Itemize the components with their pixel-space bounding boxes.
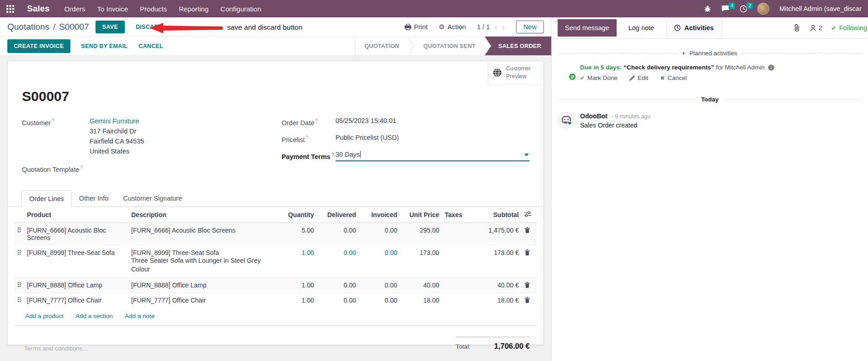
mark-done-button[interactable]: ✔ Mark Done <box>580 74 618 81</box>
gear-icon: ⚙ <box>439 23 445 31</box>
table-row[interactable]: ⠿ [FURN_7777] Office Chair [FURN_7777] O… <box>14 292 537 308</box>
optional-columns-toggle-icon[interactable] <box>522 207 537 223</box>
messages-icon[interactable]: 4 <box>721 5 730 12</box>
payment-terms-input[interactable]: 30 Days <box>335 150 530 162</box>
delete-row-icon[interactable] <box>522 277 537 292</box>
drag-handle-icon[interactable]: ⠿ <box>14 277 24 292</box>
paperclip-icon[interactable] <box>793 24 801 32</box>
followers-count: 2 <box>819 24 822 32</box>
activities-button[interactable]: Activities <box>666 17 722 38</box>
message-author[interactable]: OdooBot <box>580 112 607 120</box>
cancel-activity-button[interactable]: ✖ Cancel <box>660 74 687 81</box>
apps-grid-icon[interactable] <box>6 5 14 13</box>
col-product[interactable]: Product <box>24 207 128 223</box>
following-button[interactable]: ✔ Following <box>831 24 867 32</box>
top-navbar: Sales Orders To Invoice Products Reporti… <box>0 0 868 17</box>
activities-clock-icon[interactable]: 2 <box>740 5 747 13</box>
menu-reporting[interactable]: Reporting <box>179 5 208 13</box>
add-product-link[interactable]: Add a product <box>25 313 64 319</box>
order-date-label: Order Date? <box>282 116 335 128</box>
breadcrumb-quotations[interactable]: Quotations <box>7 22 49 32</box>
total-value: 1,706.00 € <box>494 342 530 350</box>
col-invoiced[interactable]: Invoiced <box>359 207 400 223</box>
cancel-button[interactable]: CANCEL <box>138 43 163 49</box>
tab-other-info[interactable]: Other Info <box>72 191 116 207</box>
menu-configuration[interactable]: Configuration <box>220 5 261 13</box>
col-subtotal[interactable]: Subtotal <box>468 207 522 223</box>
menu-orders[interactable]: Orders <box>64 5 85 13</box>
state-quotation-sent[interactable]: QUOTATION SENT <box>414 37 485 55</box>
annotation-text: save and discard button <box>227 23 303 32</box>
user-name[interactable]: Mitchell Admin (save_discar <box>779 5 862 12</box>
messages-badge: 4 <box>729 3 735 9</box>
new-button[interactable]: New <box>516 21 544 33</box>
pager-next-icon[interactable]: › <box>502 22 505 32</box>
tab-customer-signature[interactable]: Customer Signature <box>116 191 189 207</box>
breadcrumb: Quotations / S00007 <box>7 22 89 32</box>
col-description[interactable]: Description <box>128 207 277 223</box>
drag-handle-header <box>14 207 24 223</box>
form-sheet: Customer Preview S00007 Customer? Gemini… <box>7 61 544 345</box>
send-message-button[interactable]: Send message <box>558 19 617 37</box>
planned-activities-divider[interactable]: ▾ Planned activities <box>558 50 862 57</box>
tab-order-lines[interactable]: Order Lines <box>21 191 72 207</box>
pager-count: 1 / 1 <box>477 23 490 31</box>
delete-row-icon[interactable] <box>522 223 537 245</box>
followers-button[interactable]: 2 <box>810 24 822 32</box>
delete-row-icon[interactable] <box>522 292 537 308</box>
drag-handle-icon[interactable]: ⠿ <box>14 245 24 277</box>
pricelist-value[interactable]: Public Pricelist (USD) <box>335 133 399 145</box>
user-avatar[interactable] <box>757 3 769 15</box>
pencil-icon <box>629 75 635 81</box>
delete-row-icon[interactable] <box>522 245 537 277</box>
breadcrumb-current: S00007 <box>59 22 89 32</box>
status-bar: CREATE INVOICE SEND BY EMAIL CANCEL QUOT… <box>0 37 551 56</box>
col-taxes[interactable]: Taxes <box>442 207 468 223</box>
state-sales-order[interactable]: SALES ORDER <box>485 37 551 55</box>
customer-preview-button[interactable]: Customer Preview <box>488 61 543 85</box>
annotation-arrow-icon <box>149 23 223 33</box>
state-pipeline: QUOTATION QUOTATION SENT SALES ORDER <box>355 37 551 55</box>
main-column: Quotations / S00007 SAVE DISCARD save an… <box>0 17 551 361</box>
customer-name-link[interactable]: Gemini Furniture <box>90 116 144 126</box>
app-name[interactable]: Sales <box>27 4 50 14</box>
customer-preview-label: Customer Preview <box>506 65 539 80</box>
info-icon[interactable] <box>768 64 774 71</box>
terms-placeholder[interactable]: Terms and conditions... <box>24 345 88 352</box>
create-invoice-button[interactable]: CREATE INVOICE <box>7 39 70 53</box>
state-quotation[interactable]: QUOTATION <box>355 37 408 55</box>
table-row[interactable]: ⠿ [FURN_8888] Office Lamp [FURN_8888] Of… <box>14 277 537 292</box>
order-date-value[interactable]: 05/25/2023 15:40:01 <box>335 116 396 128</box>
caret-down-icon[interactable] <box>524 154 529 156</box>
save-button[interactable]: SAVE <box>96 21 125 33</box>
table-row[interactable]: ⠿ [FURN_8999] Three-Seat Sofa [FURN_8999… <box>14 245 537 277</box>
total-label: Total: <box>456 343 470 350</box>
edit-activity-button[interactable]: Edit <box>629 74 648 81</box>
today-label: Today <box>701 96 719 103</box>
control-panel: Quotations / S00007 SAVE DISCARD save an… <box>0 17 551 37</box>
globe-icon <box>493 68 502 77</box>
document-title: S00007 <box>22 89 530 104</box>
log-note-button[interactable]: Log note <box>621 19 661 37</box>
pager-prev-icon[interactable]: ‹ <box>495 22 498 32</box>
odoobot-avatar[interactable] <box>558 112 575 128</box>
hint-icon: ? <box>52 118 54 123</box>
send-by-email-button[interactable]: SEND BY EMAIL <box>81 43 128 49</box>
col-delivered[interactable]: Delivered <box>317 207 359 223</box>
bug-icon[interactable] <box>704 5 711 12</box>
menu-to-invoice[interactable]: To Invoice <box>97 5 128 13</box>
chatter-topbar: Send message Log note Activities <box>552 17 868 39</box>
print-button[interactable]: Print <box>405 23 428 31</box>
col-unit-price[interactable]: Unit Price <box>400 207 442 223</box>
drag-handle-icon[interactable]: ⠿ <box>14 223 24 245</box>
collapse-caret-icon: ▾ <box>682 51 685 56</box>
menu-products[interactable]: Products <box>140 5 167 13</box>
add-note-link[interactable]: Add a note <box>125 313 154 319</box>
drag-handle-icon[interactable]: ⠿ <box>14 292 24 308</box>
col-quantity[interactable]: Quantity <box>277 207 317 223</box>
state-chevron-icon <box>408 37 414 55</box>
message-item: OdooBot - 9 minutes ago Sales Order crea… <box>552 112 868 129</box>
table-row[interactable]: ⠿ [FURN_6666] Acoustic Bloc Screens [FUR… <box>14 223 537 245</box>
action-button[interactable]: ⚙ Action <box>439 23 466 31</box>
add-section-link[interactable]: Add a section <box>75 313 113 319</box>
